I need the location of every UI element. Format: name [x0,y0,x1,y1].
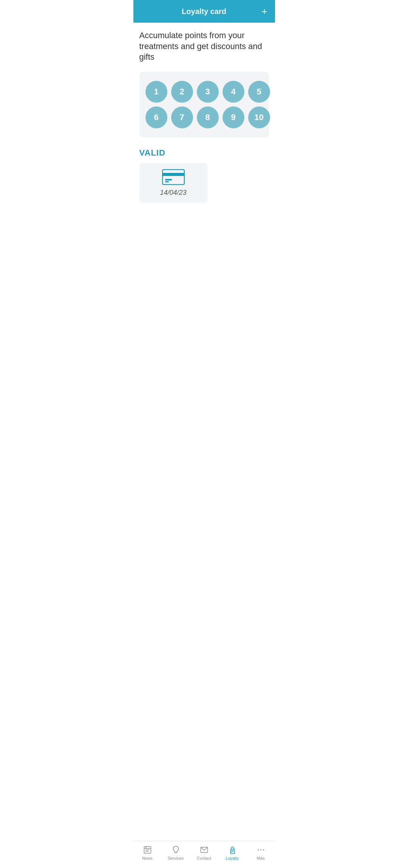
card-date: 14/04/23 [160,189,186,197]
credit-card-icon [162,169,185,185]
stamp-circle-10[interactable]: 10 [248,106,270,128]
stamp-circle-9[interactable]: 9 [223,106,244,128]
stamp-circle-3[interactable]: 3 [197,81,219,103]
loyalty-card-item[interactable]: 14/04/23 [139,163,207,203]
stamp-circle-6[interactable]: 6 [145,106,167,128]
stamp-circle-5[interactable]: 5 [248,81,270,103]
description-text: Accumulate points from your treatments a… [139,30,269,63]
stamp-circle-2[interactable]: 2 [171,81,193,103]
app-header: Loyalty card + [133,0,275,23]
stamp-circle-1[interactable]: 1 [145,81,167,103]
header-title: Loyalty card [182,7,226,16]
stamp-grid: 12345678910 [145,81,263,128]
stamp-circle-8[interactable]: 8 [197,106,219,128]
valid-label: VALID [139,148,269,158]
svg-rect-2 [165,179,172,180]
svg-rect-1 [162,173,184,176]
stamp-circle-4[interactable]: 4 [223,81,244,103]
stamp-circle-7[interactable]: 7 [171,106,193,128]
add-button[interactable]: + [261,6,267,17]
main-content: Accumulate points from your treatments a… [133,23,275,210]
svg-rect-3 [165,181,169,182]
stamp-card: 12345678910 [139,72,269,137]
